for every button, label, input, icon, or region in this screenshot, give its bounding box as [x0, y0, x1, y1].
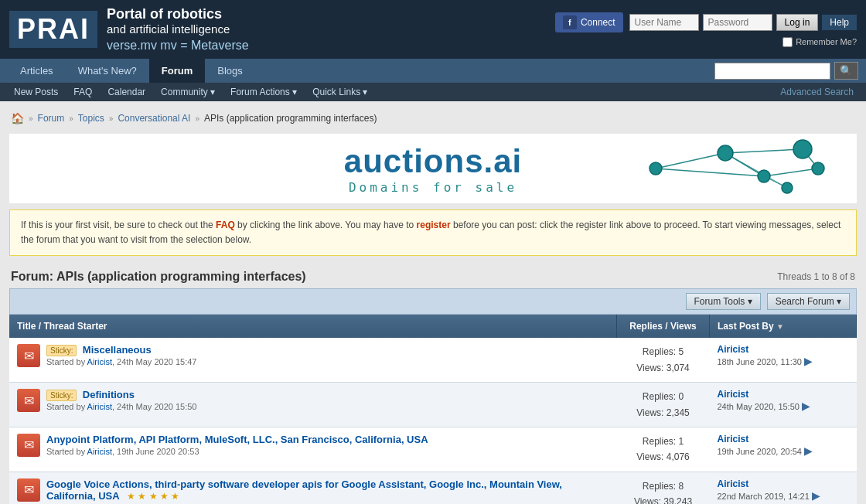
last-post-author-link[interactable]: Airicist: [718, 434, 749, 444]
breadcrumb-current: APIs (application programming interfaces…: [204, 113, 377, 124]
remember-label: Remember Me?: [796, 37, 857, 46]
main-content: 🏠 » Forum » Topics » Conversational AI »…: [0, 101, 866, 504]
thread-starter: Started by Airicist, 19th June 2020 20:5…: [46, 447, 609, 456]
table-row: ✉ Google Voice Actions, third-party soft…: [9, 472, 857, 504]
last-post-author-link[interactable]: Airicist: [718, 478, 749, 489]
svg-point-12: [812, 162, 824, 175]
thread-title-link[interactable]: Anypoint Platform, API Platform, MuleSof…: [46, 434, 428, 445]
thread-icon: ✉: [17, 389, 40, 412]
search-forum-button[interactable]: Search Forum ▾: [767, 293, 850, 310]
threads-table: Title / Thread Starter Replies / Views L…: [9, 315, 857, 504]
fb-connect-button[interactable]: f Connect: [555, 12, 623, 32]
thread-starter-link[interactable]: Airicist: [87, 357, 112, 366]
breadcrumb-forum[interactable]: Forum: [38, 113, 65, 124]
thread-title-cell: ✉ Sticky: Miscellaneous Started by Airic…: [9, 338, 617, 382]
banner-subtitle: Domains for sale: [344, 180, 522, 195]
table-row: ✉ Sticky: Miscellaneous Started by Airic…: [9, 338, 857, 382]
nav-forum[interactable]: Forum: [149, 59, 205, 83]
go-to-post-icon[interactable]: ▶: [804, 355, 813, 367]
breadcrumb-conversational-ai[interactable]: Conversational AI: [118, 113, 190, 124]
forum-title-area: Forum: APIs (application programming int…: [9, 262, 857, 288]
sub-nav: New Posts FAQ Calendar Community ▾ Forum…: [0, 83, 866, 101]
breadcrumb-sep-3: »: [195, 114, 199, 123]
nav-blogs[interactable]: Blogs: [205, 59, 255, 83]
thread-info: Google Voice Actions, third-party softwa…: [46, 478, 609, 504]
username-input[interactable]: [629, 14, 699, 31]
thread-title-cell: ✉ Google Voice Actions, third-party soft…: [9, 472, 617, 504]
svg-point-9: [718, 145, 733, 161]
breadcrumb-topics[interactable]: Topics: [78, 113, 104, 124]
thread-last-post: Airicist 24th May 2020, 15:50 ▶: [710, 383, 857, 427]
sub-nav-calendar[interactable]: Calendar: [100, 83, 153, 101]
sub-nav-new-posts[interactable]: New Posts: [6, 83, 66, 101]
thread-info: Sticky: Miscellaneous Started by Airicis…: [46, 344, 609, 366]
nav-search-input[interactable]: [714, 63, 830, 80]
password-input[interactable]: [703, 14, 772, 31]
title-main: Portal of robotics: [107, 6, 249, 22]
last-post-date: 22nd March 2019, 14:21: [718, 492, 810, 501]
svg-line-4: [764, 169, 818, 176]
breadcrumb-sep-0: »: [29, 114, 33, 123]
star-rating: ★ ★ ★ ★ ★: [127, 491, 179, 502]
help-button[interactable]: Help: [822, 15, 857, 30]
notice-faq-link[interactable]: FAQ: [216, 220, 235, 230]
thread-title-line: Sticky: Definitions: [46, 389, 609, 400]
thread-last-post: Airicist 22nd March 2019, 14:21 ▶: [710, 472, 857, 504]
svg-point-10: [758, 170, 770, 182]
notice-register-link[interactable]: register: [417, 220, 451, 230]
go-to-post-icon[interactable]: ▶: [804, 444, 813, 457]
sub-nav-faq[interactable]: FAQ: [66, 83, 100, 101]
last-post-author-link[interactable]: Airicist: [718, 344, 749, 355]
thread-title-line: Sticky: Miscellaneous: [46, 344, 609, 356]
thread-title-link[interactable]: Miscellaneous: [83, 344, 152, 356]
breadcrumb-sep-2: »: [109, 114, 114, 123]
forum-tools-button[interactable]: Forum Tools ▾: [686, 293, 761, 310]
thread-title-link[interactable]: Google Voice Actions, third-party softwa…: [46, 478, 562, 502]
remember-checkbox[interactable]: [782, 37, 793, 47]
col-replies-header: Replies / Views: [617, 315, 710, 338]
remember-me: Remember Me?: [782, 37, 857, 47]
last-post-date: 24th May 2020, 15:50: [718, 402, 800, 411]
home-icon[interactable]: 🏠: [11, 112, 24, 124]
banner-text-area: auctions.ai Domains for sale: [344, 143, 522, 195]
forum-title: Forum: APIs (application programming int…: [11, 270, 306, 284]
banner-title: auctions.ai: [344, 143, 522, 180]
table-row: ✉ Sticky: Definitions Started by Airicis…: [9, 383, 857, 427]
nav-search-button[interactable]: 🔍: [834, 62, 858, 80]
thread-title-line: Google Voice Actions, third-party softwa…: [46, 478, 609, 502]
thread-starter-link[interactable]: Airicist: [87, 402, 112, 411]
login-form: Log in Help: [629, 14, 857, 31]
thread-count: Threads 1 to 8 of 8: [777, 271, 855, 282]
sub-nav-forum-actions[interactable]: Forum Actions ▾: [223, 83, 305, 101]
header-top-right: f Connect Log in Help: [555, 12, 857, 32]
svg-line-3: [725, 149, 803, 153]
facebook-icon: f: [563, 15, 577, 29]
last-post-date: 19th June 2020, 20:54: [718, 447, 802, 456]
notice-text-after-faq: by clicking the link above. You may have…: [235, 220, 417, 230]
sub-nav-community[interactable]: Community ▾: [153, 83, 223, 101]
go-to-post-icon[interactable]: ▶: [812, 489, 820, 502]
breadcrumb: 🏠 » Forum » Topics » Conversational AI »…: [9, 107, 857, 129]
last-post-author-link[interactable]: Airicist: [718, 389, 749, 400]
fb-connect-label: Connect: [581, 17, 615, 28]
site-subtitle: verse.mv mv = Metaverse: [107, 39, 249, 53]
thread-title-cell: ✉ Sticky: Definitions Started by Airicis…: [9, 383, 617, 427]
site-header: PRAI Portal of robotics and artificial i…: [0, 0, 866, 59]
main-nav: Articles What's New? Forum Blogs 🔍: [0, 59, 866, 83]
svg-point-8: [650, 162, 662, 175]
nav-articles[interactable]: Articles: [8, 59, 66, 83]
advanced-search-link[interactable]: Advanced Search: [774, 83, 860, 101]
last-post-date: 18th June 2020, 11:30: [718, 357, 802, 366]
login-button[interactable]: Log in: [776, 14, 819, 31]
thread-info: Anypoint Platform, API Platform, MuleSof…: [46, 434, 609, 456]
go-to-post-icon[interactable]: ▶: [802, 400, 810, 412]
thread-title-link[interactable]: Definitions: [83, 389, 135, 400]
nav-whats-new[interactable]: What's New?: [66, 59, 149, 83]
header-right: f Connect Log in Help Remember Me?: [555, 12, 857, 47]
thread-icon: ✉: [17, 434, 40, 457]
sub-nav-quick-links[interactable]: Quick Links ▾: [305, 83, 375, 101]
thread-icon: ✉: [17, 478, 40, 502]
banner-graphic: [609, 138, 841, 199]
svg-line-1: [656, 169, 764, 176]
thread-starter-link[interactable]: Airicist: [87, 447, 112, 456]
